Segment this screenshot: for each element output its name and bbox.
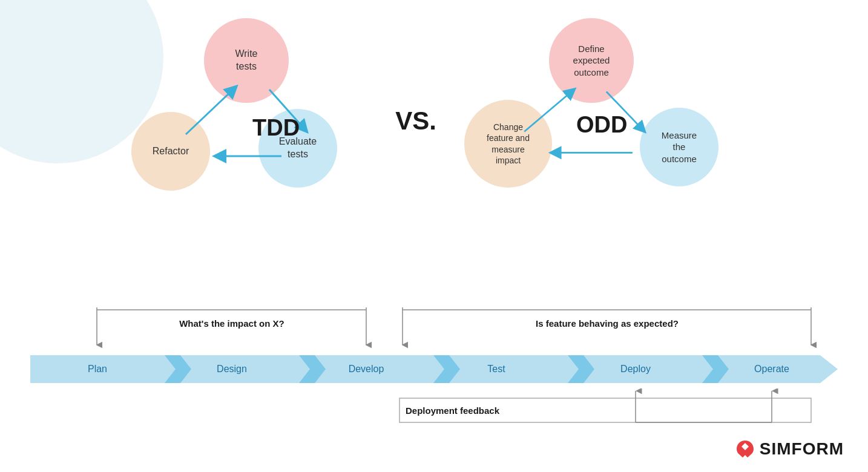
tdd-diagram: TDD Write tests Evaluate tests Refactor: [125, 18, 380, 224]
top-diagram-section: TDD Write tests Evaluate tests Refactor: [0, 0, 868, 224]
measure-outcome-circle: Measure the outcome: [640, 108, 718, 186]
svg-text:Test: Test: [487, 364, 505, 374]
deployment-feedback-svg: Deployment feedback: [30, 388, 838, 436]
svg-text:Plan: Plan: [88, 364, 107, 374]
refactor-circle: Refactor: [131, 112, 210, 191]
vs-label: VS.: [380, 107, 452, 136]
odd-label: ODD: [576, 112, 627, 138]
define-outcome-label: Define expected outcome: [573, 43, 610, 79]
svg-text:Deploy: Deploy: [620, 364, 651, 374]
svg-text:Design: Design: [217, 364, 247, 374]
define-outcome-circle: Define expected outcome: [549, 18, 634, 103]
pipeline-labels: What's the impact on X? Is feature behav…: [30, 307, 838, 351]
svg-text:Develop: Develop: [349, 364, 384, 374]
main-content: TDD Write tests Evaluate tests Refactor: [0, 0, 868, 472]
write-tests-circle: Write tests: [204, 18, 289, 103]
pipeline-bar-container: Plan Design Develop Test Deploy Operate: [30, 352, 838, 388]
write-tests-label: Write tests: [235, 48, 257, 73]
odd-diagram: ODD Define expected outcome Measure the …: [452, 18, 743, 224]
pipeline-section: What's the impact on X? Is feature behav…: [30, 307, 838, 436]
tdd-label: TDD: [252, 115, 300, 141]
change-feature-circle: Change feature and measure impact: [464, 100, 552, 188]
pipeline-chevron-svg: Plan Design Develop Test Deploy Operate: [30, 352, 838, 386]
simform-name: SIMFORM: [760, 439, 844, 459]
simform-logo: SIMFORM: [734, 438, 844, 460]
refactor-label: Refactor: [153, 145, 189, 158]
pipeline-label-arrows: What's the impact on X? Is feature behav…: [30, 307, 838, 351]
svg-text:Deployment feedback: Deployment feedback: [406, 405, 500, 416]
svg-text:What's the impact on X?: What's the impact on X?: [179, 318, 284, 329]
svg-text:Is feature behaving as expecte: Is feature behaving as expected?: [536, 318, 679, 329]
measure-outcome-label: Measure the outcome: [662, 129, 697, 165]
deployment-feedback-area: Deployment feedback: [30, 388, 838, 436]
svg-text:Operate: Operate: [754, 364, 789, 374]
change-feature-label: Change feature and measure impact: [487, 122, 530, 166]
simform-icon: [734, 438, 756, 460]
